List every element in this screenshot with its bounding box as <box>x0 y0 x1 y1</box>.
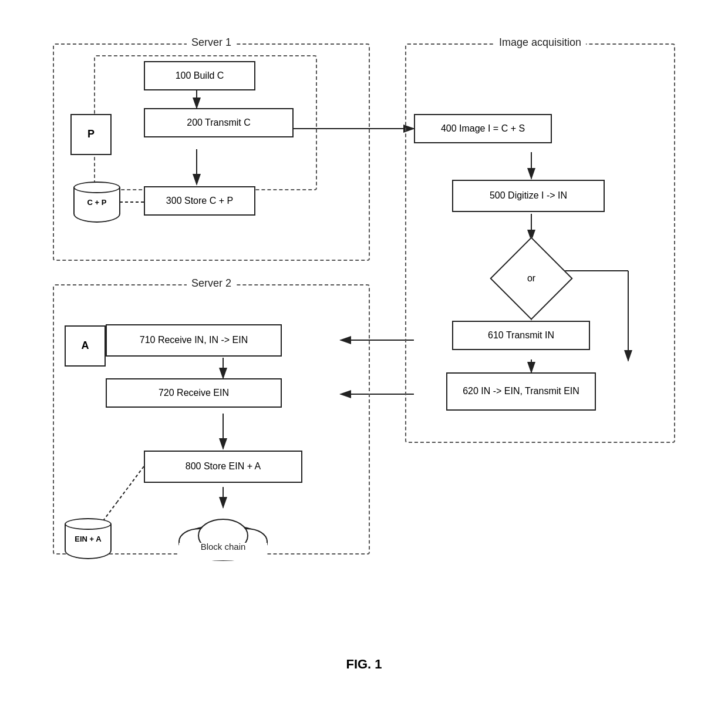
diamond-or: or <box>493 240 569 317</box>
svg-text:Block chain: Block chain <box>201 542 246 552</box>
p-box: P <box>70 114 112 155</box>
box-610: 610 Transmit IN <box>452 321 590 350</box>
cyl-top <box>73 182 120 193</box>
box-710: 710 Receive IN, IN -> EIN <box>106 324 282 357</box>
cyl-top-eina <box>65 518 112 530</box>
blockchain-cloud: Block chain <box>164 508 282 566</box>
diagram-container: Server 1 Server 2 Image acquisition 100 … <box>41 32 687 678</box>
box-500: 500 Digitize I -> IN <box>452 180 605 212</box>
cp-database: C + P <box>73 182 120 223</box>
box-200: 200 Transmit C <box>144 108 294 137</box>
image-acq-label: Image acquisition <box>494 36 586 49</box>
box-620: 620 IN -> EIN, Transmit EIN <box>446 372 596 411</box>
box-720: 720 Receive EIN <box>106 378 282 408</box>
box-400: 400 Image I = C + S <box>414 114 552 143</box>
eina-database: EIN + A <box>65 518 112 559</box>
server2-label: Server 2 <box>187 277 236 290</box>
box-800: 800 Store EIN + A <box>144 451 302 483</box>
fig-label: FIG. 1 <box>41 657 687 672</box>
server1-label: Server 1 <box>187 36 236 49</box>
box-300: 300 Store C + P <box>144 186 255 216</box>
box-100: 100 Build C <box>144 61 255 90</box>
diamond-label: or <box>527 273 535 284</box>
a-box: A <box>65 325 106 367</box>
